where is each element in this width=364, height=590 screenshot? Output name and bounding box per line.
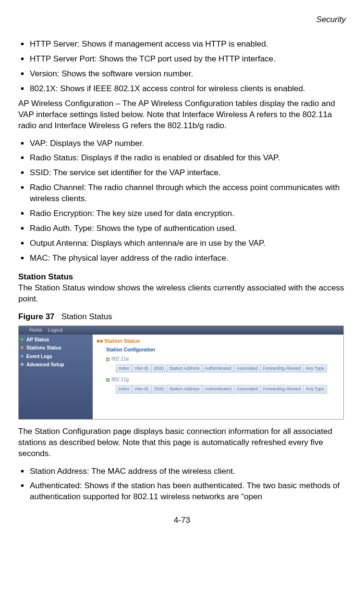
figure-caption: Figure 37 Station Status xyxy=(18,312,346,323)
screenshot-subtitle: Station Configuration xyxy=(96,347,340,355)
ap-wireless-config-paragraph: AP Wireless Configuration – The AP Wirel… xyxy=(18,98,346,132)
home-link[interactable]: Home xyxy=(29,327,42,334)
table-header-row: Index Vlan ID SSID Station Address Authe… xyxy=(116,385,327,393)
list-item: Radio Encryption: The key size used for … xyxy=(18,208,346,219)
col-forwarding-allowed: Forwarding Allowed xyxy=(260,385,303,393)
col-vlan-id: Vlan ID xyxy=(132,385,152,393)
list-item: MAC: The physical layer address of the r… xyxy=(18,253,346,264)
list-item: Authenticated: Shows if the station has … xyxy=(18,481,346,503)
col-associated: Associated xyxy=(234,364,260,373)
list-item: SSID: The service set identifier for the… xyxy=(18,168,346,179)
page-header-section: Security xyxy=(18,14,346,25)
list-item: Radio Status: Displays if the radio is e… xyxy=(18,153,346,164)
list-item: VAP: Displays the VAP number. xyxy=(18,138,346,149)
list-item: Station Address: The MAC address of the … xyxy=(18,466,346,477)
col-authenticated: Authenticated xyxy=(202,364,234,373)
list-item: Version: Shows the software version numb… xyxy=(18,69,346,80)
bullet-list-c: Station Address: The MAC address of the … xyxy=(18,466,346,503)
col-station-address: Station Address xyxy=(167,364,202,373)
table-header-row: Index Vlan ID SSID Station Address Authe… xyxy=(116,364,327,373)
col-associated: Associated xyxy=(234,385,260,393)
col-key-type: Key Type xyxy=(303,364,327,373)
station-status-heading: Station Status xyxy=(18,272,346,283)
col-vlan-id: Vlan ID xyxy=(132,364,152,373)
radio-label-80211g: 802.11g xyxy=(96,375,340,385)
logout-link[interactable]: Logout xyxy=(48,327,63,334)
screenshot-title: ■■ Station Status xyxy=(96,337,340,347)
list-item: Radio Auth. Type: Shows the type of auth… xyxy=(18,223,346,234)
sidebar-item-ap-status[interactable]: AP Status xyxy=(19,336,93,344)
station-config-paragraph: The Station Configuration page displays … xyxy=(18,426,346,459)
list-item: Output Antenna: Displays which antenna/e… xyxy=(18,238,346,249)
sidebar-item-advanced-setup[interactable]: Advanced Setup xyxy=(19,361,93,369)
figure-number: Figure 37 xyxy=(18,312,55,321)
col-authenticated: Authenticated xyxy=(202,385,234,393)
screenshot-sidebar: AP Status Stations Status Event Logs Adv… xyxy=(19,335,93,419)
col-ssid: SSID xyxy=(151,385,167,393)
radio-label-80211a: 802.11a xyxy=(96,355,340,364)
screenshot-content: ■■ Station Status Station Configuration … xyxy=(93,335,343,419)
page-number: 4-73 xyxy=(18,515,346,526)
col-forwarding-allowed: Forwarding Allowed xyxy=(260,364,303,373)
col-index: Index xyxy=(116,385,132,393)
col-station-address: Station Address xyxy=(167,385,202,393)
col-key-type: Key Type xyxy=(303,385,327,393)
sidebar-item-stations-status[interactable]: Stations Status xyxy=(19,344,93,352)
col-index: Index xyxy=(116,364,132,373)
list-item: HTTP Server Port: Shows the TCP port use… xyxy=(18,54,346,65)
list-item: Radio Channel: The radio channel through… xyxy=(18,182,346,205)
figure-title: Station Status xyxy=(61,312,112,321)
list-item: HTTP Server: Shows if management access … xyxy=(18,39,346,50)
table-80211a: Index Vlan ID SSID Station Address Authe… xyxy=(116,364,327,373)
station-status-intro: The Station Status window shows the wire… xyxy=(18,283,346,305)
bullet-list-b: VAP: Displays the VAP number. Radio Stat… xyxy=(18,138,346,264)
col-ssid: SSID xyxy=(151,364,167,373)
table-80211g: Index Vlan ID SSID Station Address Authe… xyxy=(116,385,327,394)
bullet-list-a: HTTP Server: Shows if management access … xyxy=(18,39,346,95)
screenshot-topbar: Home Logout xyxy=(19,326,343,335)
list-item: 802.1X: Shows if IEEE 802.1X access cont… xyxy=(18,84,346,95)
station-status-screenshot: Home Logout AP Status Stations Status Ev… xyxy=(18,325,344,420)
sidebar-item-event-logs[interactable]: Event Logs xyxy=(19,352,93,361)
